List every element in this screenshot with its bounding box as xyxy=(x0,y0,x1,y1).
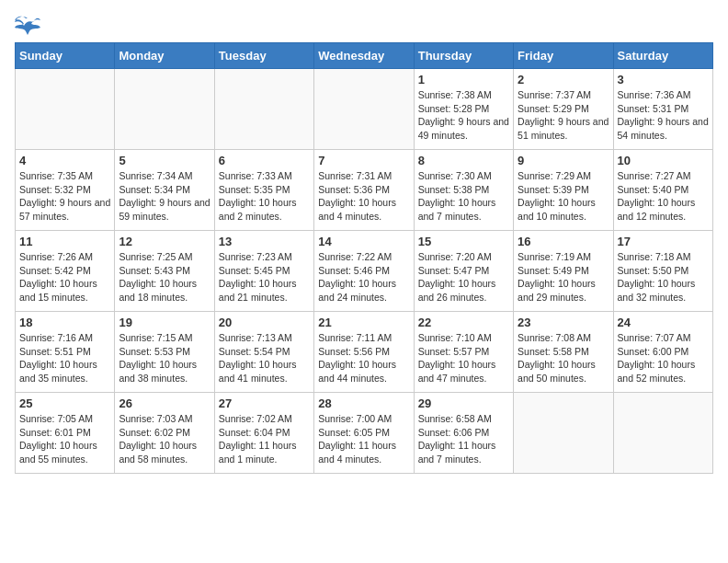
day-number: 14 xyxy=(318,235,409,248)
calendar-week-4: 18Sunrise: 7:16 AMSunset: 5:51 PMDayligh… xyxy=(16,312,713,393)
day-number: 23 xyxy=(518,316,609,329)
calendar-week-1: 1Sunrise: 7:38 AMSunset: 5:28 PMDaylight… xyxy=(16,69,713,150)
calendar-cell: 16Sunrise: 7:19 AMSunset: 5:49 PMDayligh… xyxy=(514,231,613,312)
calendar-cell: 19Sunrise: 7:15 AMSunset: 5:53 PMDayligh… xyxy=(115,312,214,393)
day-header-thursday: Thursday xyxy=(414,43,513,69)
day-info: Sunrise: 7:10 AMSunset: 5:57 PMDaylight:… xyxy=(418,331,509,385)
day-number: 28 xyxy=(318,396,409,410)
calendar-cell: 14Sunrise: 7:22 AMSunset: 5:46 PMDayligh… xyxy=(314,231,414,312)
calendar-table: SundayMondayTuesdayWednesdayThursdayFrid… xyxy=(15,42,713,474)
calendar-cell: 9Sunrise: 7:29 AMSunset: 5:39 PMDaylight… xyxy=(514,150,613,231)
day-info: Sunrise: 7:37 AMSunset: 5:29 PMDaylight:… xyxy=(518,88,609,143)
calendar-cell: 28Sunrise: 7:00 AMSunset: 6:05 PMDayligh… xyxy=(314,393,414,474)
day-number: 6 xyxy=(219,154,310,167)
day-number: 3 xyxy=(618,73,709,86)
day-number: 21 xyxy=(318,316,409,329)
day-number: 9 xyxy=(518,154,609,167)
day-info: Sunrise: 7:31 AMSunset: 5:36 PMDaylight:… xyxy=(318,169,409,224)
day-number: 16 xyxy=(518,235,609,248)
day-info: Sunrise: 7:15 AMSunset: 5:53 PMDaylight:… xyxy=(119,331,210,385)
calendar-cell: 25Sunrise: 7:05 AMSunset: 6:01 PMDayligh… xyxy=(16,393,115,474)
day-header-tuesday: Tuesday xyxy=(214,43,313,69)
day-number: 20 xyxy=(219,316,310,329)
calendar-cell: 22Sunrise: 7:10 AMSunset: 5:57 PMDayligh… xyxy=(414,312,513,393)
day-info: Sunrise: 7:23 AMSunset: 5:45 PMDaylight:… xyxy=(219,250,310,304)
day-number: 24 xyxy=(618,316,709,329)
day-header-wednesday: Wednesday xyxy=(314,43,414,69)
day-info: Sunrise: 7:22 AMSunset: 5:46 PMDaylight:… xyxy=(318,250,409,304)
logo xyxy=(15,15,44,35)
calendar-week-3: 11Sunrise: 7:26 AMSunset: 5:42 PMDayligh… xyxy=(16,231,713,312)
calendar-cell xyxy=(314,69,414,150)
calendar-cell xyxy=(613,393,712,474)
day-number: 27 xyxy=(219,396,310,410)
calendar-cell xyxy=(16,69,115,150)
day-info: Sunrise: 7:13 AMSunset: 5:54 PMDaylight:… xyxy=(219,331,310,385)
day-info: Sunrise: 7:03 AMSunset: 6:02 PMDaylight:… xyxy=(119,412,210,466)
day-number: 15 xyxy=(418,235,509,248)
calendar-cell: 10Sunrise: 7:27 AMSunset: 5:40 PMDayligh… xyxy=(613,150,712,231)
day-info: Sunrise: 6:58 AMSunset: 6:06 PMDaylight:… xyxy=(418,412,509,466)
day-number: 29 xyxy=(418,396,509,410)
day-info: Sunrise: 7:16 AMSunset: 5:51 PMDaylight:… xyxy=(19,331,110,385)
day-info: Sunrise: 7:19 AMSunset: 5:49 PMDaylight:… xyxy=(518,250,609,304)
calendar-cell: 3Sunrise: 7:36 AMSunset: 5:31 PMDaylight… xyxy=(613,69,712,150)
calendar-header-row: SundayMondayTuesdayWednesdayThursdayFrid… xyxy=(16,43,713,69)
day-info: Sunrise: 7:00 AMSunset: 6:05 PMDaylight:… xyxy=(318,412,409,466)
day-info: Sunrise: 7:30 AMSunset: 5:38 PMDaylight:… xyxy=(418,169,509,224)
day-header-saturday: Saturday xyxy=(613,43,712,69)
calendar-cell xyxy=(214,69,313,150)
day-info: Sunrise: 7:05 AMSunset: 6:01 PMDaylight:… xyxy=(19,412,110,466)
day-number: 10 xyxy=(618,154,709,167)
calendar-cell: 15Sunrise: 7:20 AMSunset: 5:47 PMDayligh… xyxy=(414,231,513,312)
day-number: 22 xyxy=(418,316,509,329)
day-info: Sunrise: 7:29 AMSunset: 5:39 PMDaylight:… xyxy=(518,169,609,224)
day-number: 1 xyxy=(418,73,509,86)
calendar-week-5: 25Sunrise: 7:05 AMSunset: 6:01 PMDayligh… xyxy=(16,393,713,474)
calendar-cell: 13Sunrise: 7:23 AMSunset: 5:45 PMDayligh… xyxy=(214,231,313,312)
day-info: Sunrise: 7:36 AMSunset: 5:31 PMDaylight:… xyxy=(618,88,709,143)
day-info: Sunrise: 7:18 AMSunset: 5:50 PMDaylight:… xyxy=(618,250,709,304)
calendar-cell xyxy=(115,69,214,150)
day-info: Sunrise: 7:25 AMSunset: 5:43 PMDaylight:… xyxy=(119,250,210,304)
calendar-cell: 29Sunrise: 6:58 AMSunset: 6:06 PMDayligh… xyxy=(414,393,513,474)
calendar-cell: 23Sunrise: 7:08 AMSunset: 5:58 PMDayligh… xyxy=(514,312,613,393)
calendar-cell: 17Sunrise: 7:18 AMSunset: 5:50 PMDayligh… xyxy=(613,231,712,312)
calendar-cell: 21Sunrise: 7:11 AMSunset: 5:56 PMDayligh… xyxy=(314,312,414,393)
header xyxy=(15,15,713,35)
calendar-cell xyxy=(514,393,613,474)
day-info: Sunrise: 7:34 AMSunset: 5:34 PMDaylight:… xyxy=(119,169,210,224)
day-number: 11 xyxy=(19,235,110,248)
day-header-friday: Friday xyxy=(514,43,613,69)
day-info: Sunrise: 7:20 AMSunset: 5:47 PMDaylight:… xyxy=(418,250,509,304)
day-info: Sunrise: 7:26 AMSunset: 5:42 PMDaylight:… xyxy=(19,250,110,304)
calendar-cell: 1Sunrise: 7:38 AMSunset: 5:28 PMDaylight… xyxy=(414,69,513,150)
day-number: 2 xyxy=(518,73,609,86)
calendar-cell: 8Sunrise: 7:30 AMSunset: 5:38 PMDaylight… xyxy=(414,150,513,231)
day-number: 17 xyxy=(618,235,709,248)
day-info: Sunrise: 7:08 AMSunset: 5:58 PMDaylight:… xyxy=(518,331,609,385)
day-number: 18 xyxy=(19,316,110,329)
day-number: 19 xyxy=(119,316,210,329)
day-header-monday: Monday xyxy=(115,43,214,69)
calendar-cell: 24Sunrise: 7:07 AMSunset: 6:00 PMDayligh… xyxy=(613,312,712,393)
day-header-sunday: Sunday xyxy=(16,43,115,69)
calendar-cell: 26Sunrise: 7:03 AMSunset: 6:02 PMDayligh… xyxy=(115,393,214,474)
day-info: Sunrise: 7:07 AMSunset: 6:00 PMDaylight:… xyxy=(618,331,709,385)
calendar-cell: 4Sunrise: 7:35 AMSunset: 5:32 PMDaylight… xyxy=(16,150,115,231)
day-number: 13 xyxy=(219,235,310,248)
calendar-cell: 20Sunrise: 7:13 AMSunset: 5:54 PMDayligh… xyxy=(214,312,313,393)
day-info: Sunrise: 7:38 AMSunset: 5:28 PMDaylight:… xyxy=(418,88,509,143)
day-number: 5 xyxy=(119,154,210,167)
day-number: 25 xyxy=(19,396,110,410)
calendar-cell: 5Sunrise: 7:34 AMSunset: 5:34 PMDaylight… xyxy=(115,150,214,231)
day-number: 4 xyxy=(19,154,110,167)
day-number: 7 xyxy=(318,154,409,167)
day-info: Sunrise: 7:02 AMSunset: 6:04 PMDaylight:… xyxy=(219,412,310,466)
day-info: Sunrise: 7:33 AMSunset: 5:35 PMDaylight:… xyxy=(219,169,310,224)
calendar-cell: 18Sunrise: 7:16 AMSunset: 5:51 PMDayligh… xyxy=(16,312,115,393)
calendar-cell: 6Sunrise: 7:33 AMSunset: 5:35 PMDaylight… xyxy=(214,150,313,231)
day-info: Sunrise: 7:35 AMSunset: 5:32 PMDaylight:… xyxy=(19,169,110,224)
day-number: 12 xyxy=(119,235,210,248)
calendar-cell: 11Sunrise: 7:26 AMSunset: 5:42 PMDayligh… xyxy=(16,231,115,312)
